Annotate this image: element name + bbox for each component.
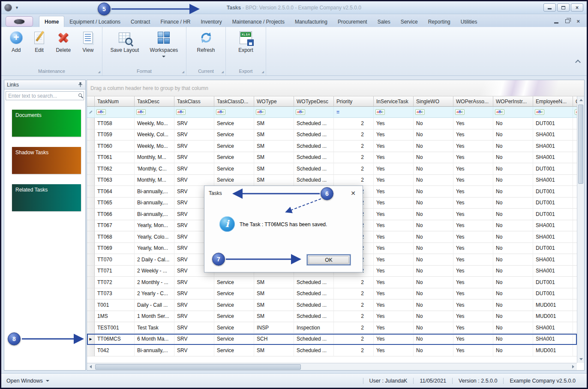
cell-woperinstr[interactable]: No xyxy=(493,322,533,334)
cell-taskclass[interactable]: SRV xyxy=(174,299,214,311)
cell-employeen[interactable]: DUT001 xyxy=(533,243,573,254)
cell-taskclass[interactable]: SRV xyxy=(174,118,214,129)
filter-cell[interactable]: = xyxy=(334,107,374,118)
cell-wotypedesc[interactable]: Scheduled ... xyxy=(294,175,334,186)
cell-wotype[interactable]: SM xyxy=(254,129,294,141)
cell-taskclass[interactable]: SRV xyxy=(174,129,214,141)
cell-woperinstr[interactable]: No xyxy=(493,175,533,186)
filter-cell[interactable]: aBc xyxy=(95,107,135,118)
cell-woperinstr[interactable]: No xyxy=(493,243,533,254)
tab-procurement[interactable]: Procurement xyxy=(333,16,372,27)
grid-row-tt06mcs[interactable]: ▶TT06MCS6 Month Ma...SRVServiceSCHSchedu… xyxy=(87,334,577,345)
cell-woperinstr[interactable]: No xyxy=(493,334,533,345)
cell-woperasso[interactable]: Yes xyxy=(453,186,493,197)
group-dialog-launcher-icon[interactable]: ◢ xyxy=(182,70,184,73)
cell-employeen[interactable]: MUD001 xyxy=(533,345,573,356)
cell-singlewo[interactable]: No xyxy=(414,118,453,129)
cell-priority[interactable]: 2 xyxy=(334,334,374,345)
cell-wotype[interactable]: SM xyxy=(254,345,294,356)
cell-cre[interactable] xyxy=(573,129,577,141)
cell-employeen[interactable]: MUD001 xyxy=(533,299,573,311)
cell-taskclass[interactable]: SRV xyxy=(174,334,214,345)
cell-inservicetask[interactable]: Yes xyxy=(374,334,414,345)
filter-cell[interactable]: aBc xyxy=(414,107,453,118)
cell-singlewo[interactable]: No xyxy=(414,254,453,266)
view-button[interactable]: View xyxy=(80,30,96,54)
cell-taskdesc[interactable]: 'Monthly, C... xyxy=(135,163,174,175)
cell-employeen[interactable]: DUT001 xyxy=(533,277,573,288)
cell-wotypedesc[interactable]: Scheduled ... xyxy=(294,141,334,152)
cell-wotype[interactable]: SM xyxy=(254,152,294,164)
cell-cre[interactable] xyxy=(573,186,577,197)
cell-employeen[interactable]: DUT001 xyxy=(533,288,573,300)
link-related-tasks[interactable]: Related Tasks xyxy=(12,184,81,211)
cell-taskclass[interactable]: SRV xyxy=(174,175,214,186)
cell-taskclassd[interactable]: Service xyxy=(214,163,254,175)
cell-tasknum[interactable]: TT073 xyxy=(95,288,135,300)
cell-priority[interactable]: 2 xyxy=(334,163,374,175)
cell-tasknum[interactable]: TEST001 xyxy=(95,322,135,334)
export-button[interactable]: XLSX Export xyxy=(236,30,256,54)
open-windows-button[interactable]: Open Windows xyxy=(6,378,49,384)
cell-wotype[interactable]: SM xyxy=(254,311,294,323)
cell-singlewo[interactable]: No xyxy=(414,299,453,311)
vertical-scrollbar[interactable] xyxy=(577,96,584,363)
filter-cell[interactable]: aBc xyxy=(374,107,414,118)
cell-wotype[interactable]: SM xyxy=(254,299,294,311)
cell-woperasso[interactable]: Yes xyxy=(453,220,493,232)
cell-wotype[interactable]: SM xyxy=(254,288,294,300)
scroll-down-icon[interactable] xyxy=(577,356,585,363)
cell-tasknum[interactable]: T042 xyxy=(95,345,135,356)
cell-woperinstr[interactable]: No xyxy=(493,288,533,300)
grid-row-t001[interactable]: T001Daily - Call ...SRVServiceSMSchedule… xyxy=(87,299,577,311)
cell-tasknum[interactable]: TT068 xyxy=(95,231,135,243)
cell-tasknum[interactable]: TT058 xyxy=(95,118,135,129)
cell-singlewo[interactable]: No xyxy=(414,152,453,164)
cell-singlewo[interactable]: No xyxy=(414,345,453,356)
tab-home[interactable]: Home xyxy=(39,16,64,27)
cell-taskclassd[interactable]: Service xyxy=(214,345,254,356)
cell-wotypedesc[interactable]: Scheduled ... xyxy=(294,277,334,288)
cell-cre[interactable] xyxy=(573,266,577,277)
cell-tasknum[interactable]: T001 xyxy=(95,299,135,311)
cell-singlewo[interactable]: No xyxy=(414,129,453,141)
cell-singlewo[interactable]: No xyxy=(414,243,453,254)
cell-cre[interactable] xyxy=(573,277,577,288)
cell-taskdesc[interactable]: 2 Monthly - ... xyxy=(135,277,174,288)
cell-wotypedesc[interactable]: Scheduled ... xyxy=(294,163,334,175)
tab-inventory[interactable]: Inventory xyxy=(195,16,227,27)
grid-row-test001[interactable]: TEST001Test TaskSRVServiceINSPInspection… xyxy=(87,322,577,334)
cell-employeen[interactable]: DUT001 xyxy=(533,163,573,175)
grid-row-1ms[interactable]: 1MS1 Month Ser...SRVServiceSMScheduled .… xyxy=(87,311,577,323)
column-header-employeen[interactable]: EmployeeN... xyxy=(533,96,573,107)
cell-wotype[interactable]: SCH xyxy=(254,334,294,345)
cell-priority[interactable]: 2 xyxy=(334,141,374,152)
cell-tasknum[interactable]: TT063 xyxy=(95,175,135,186)
cell-taskdesc[interactable]: Bi-annually,... xyxy=(135,209,174,220)
tab-manufacturing[interactable]: Manufacturing xyxy=(290,16,333,27)
cell-woperasso[interactable]: Yes xyxy=(453,141,493,152)
column-header-wotypedesc[interactable]: WOTypeDesc xyxy=(294,96,334,107)
cell-singlewo[interactable]: No xyxy=(414,197,453,209)
cell-inservicetask[interactable]: Yes xyxy=(374,186,414,197)
cell-employeen[interactable]: SHA001 xyxy=(533,141,573,152)
cell-taskclassd[interactable]: Service xyxy=(214,118,254,129)
grid-row-tt063[interactable]: TT063Monthly, M...SRVServiceSMScheduled … xyxy=(87,175,577,186)
grid-row-tt061[interactable]: TT061Monthly, M...SRVServiceSMScheduled … xyxy=(87,152,577,164)
cell-priority[interactable]: 2 xyxy=(334,299,374,311)
column-header-cre[interactable]: Cre... xyxy=(573,96,577,107)
cell-cre[interactable] xyxy=(573,231,577,243)
app-icon[interactable] xyxy=(5,4,12,11)
cell-taskclassd[interactable]: Service xyxy=(214,175,254,186)
cell-woperasso[interactable]: Yes xyxy=(453,288,493,300)
cell-taskclassd[interactable]: Service xyxy=(214,129,254,141)
workspaces-button[interactable]: Workspaces xyxy=(147,30,181,58)
cell-taskclass[interactable]: SRV xyxy=(174,163,214,175)
cell-inservicetask[interactable]: Yes xyxy=(374,141,414,152)
cell-cre[interactable] xyxy=(573,345,577,356)
cell-inservicetask[interactable]: Yes xyxy=(374,129,414,141)
cell-priority[interactable]: 2 xyxy=(334,322,374,334)
cell-inservicetask[interactable]: Yes xyxy=(374,299,414,311)
cell-singlewo[interactable]: No xyxy=(414,209,453,220)
cell-taskdesc[interactable]: Bi-annually,... xyxy=(135,197,174,209)
